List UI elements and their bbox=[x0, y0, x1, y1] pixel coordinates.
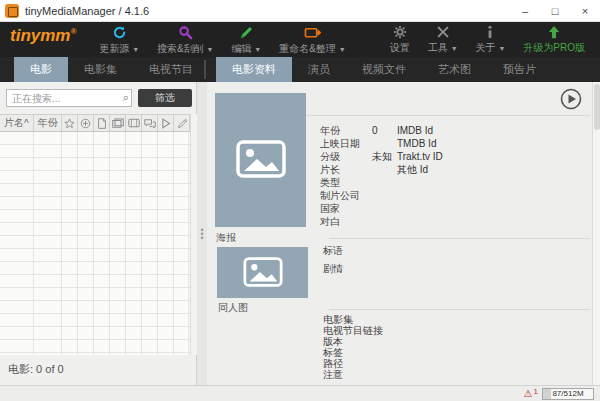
warning-icon: ⚠ bbox=[524, 388, 533, 399]
fanart-placeholder[interactable] bbox=[217, 247, 308, 298]
warning-count: 1 bbox=[534, 387, 538, 396]
info-icon bbox=[483, 25, 497, 39]
dropdown-arrow-icon: ▼ bbox=[451, 45, 458, 52]
refresh-icon bbox=[112, 25, 127, 40]
search-row: ⌕ 筛选 bbox=[6, 89, 192, 107]
edit-icon bbox=[239, 25, 254, 40]
section-separator bbox=[329, 238, 590, 239]
settings-button[interactable]: 设置 bbox=[381, 22, 419, 57]
window-title: tinyMediaManager / 4.1.6 bbox=[25, 5, 510, 17]
showlink-label: 电视节目链接 bbox=[323, 325, 383, 336]
field-label-certification: 分级 bbox=[320, 150, 372, 163]
edit-button[interactable]: 编辑 ▼ bbox=[222, 22, 270, 57]
trailer-play-icon[interactable] bbox=[158, 115, 174, 131]
tab-movie-sets[interactable]: 电影集 bbox=[68, 57, 133, 82]
movie-table: 片名^ 年份 bbox=[0, 114, 190, 401]
play-button[interactable] bbox=[560, 88, 582, 110]
nfo-file-icon[interactable] bbox=[94, 115, 110, 131]
dropdown-arrow-icon: ▼ bbox=[207, 46, 214, 53]
video-file-icon[interactable] bbox=[126, 115, 142, 131]
movie-table-header: 片名^ 年份 bbox=[0, 114, 190, 132]
search-icon bbox=[178, 25, 193, 40]
close-button[interactable]: × bbox=[570, 0, 600, 22]
tab-movies[interactable]: 电影 bbox=[14, 57, 68, 82]
dropdown-arrow-icon: ▼ bbox=[339, 46, 346, 53]
note-label: 注意 bbox=[323, 369, 383, 380]
wrench-icon bbox=[436, 25, 450, 39]
tab-divider bbox=[204, 60, 206, 79]
tab-artwork[interactable]: 艺术图 bbox=[422, 57, 487, 82]
gear-icon bbox=[393, 25, 407, 39]
column-title[interactable]: 片名^ bbox=[0, 115, 34, 131]
title-bar: tinyMediaManager / 4.1.6 – □ × bbox=[0, 0, 600, 22]
rename-organize-button[interactable]: 重命名&整理 ▼ bbox=[270, 22, 354, 57]
tinymm-logo: tinymm® bbox=[10, 26, 76, 57]
images-icon[interactable] bbox=[110, 115, 126, 131]
dropdown-arrow-icon: ▼ bbox=[498, 45, 505, 52]
update-source-button[interactable]: 更新源 ▼ bbox=[90, 22, 148, 57]
field-label-studio: 制片公司 bbox=[320, 189, 372, 202]
column-year[interactable]: 年份 bbox=[34, 115, 62, 131]
field-label-release-date: 上映日期 bbox=[320, 137, 372, 150]
edition-label: 版本 bbox=[323, 336, 383, 347]
filter-button[interactable]: 筛选 bbox=[138, 89, 192, 107]
status-bar: ⚠1 87/512M bbox=[0, 385, 600, 401]
path-label: 路径 bbox=[323, 358, 383, 369]
tags-label: 标签 bbox=[323, 347, 383, 358]
panel-splitter[interactable]: ••• bbox=[197, 82, 207, 385]
field-label-runtime: 片长 bbox=[320, 163, 372, 176]
toolbar-right: 设置 工具 ▼ 关于 ▼ 升级为PRO版 bbox=[381, 22, 600, 57]
splitter-grip-icon: ••• bbox=[200, 228, 203, 240]
subtitles-icon[interactable] bbox=[142, 115, 158, 131]
trakt-id-label: Trakt.tv ID bbox=[397, 150, 443, 163]
field-label-year: 年份 bbox=[320, 124, 372, 137]
new-plus-icon[interactable] bbox=[78, 115, 94, 131]
search-icon: ⌕ bbox=[123, 91, 129, 104]
search-input[interactable] bbox=[6, 89, 132, 107]
tab-bar: 电影 电影集 电视节目 电影资料 演员 视频文件 艺术图 预告片 bbox=[0, 57, 600, 82]
tinymediamanager-window: tinyMediaManager / 4.1.6 – □ × tinymm® 更… bbox=[0, 0, 600, 401]
movie-table-scrollbar[interactable] bbox=[190, 114, 197, 355]
tools-button[interactable]: 工具 ▼ bbox=[419, 22, 467, 57]
sort-asc-icon: ^ bbox=[24, 118, 29, 129]
search-scrape-button[interactable]: 搜索&刮削 ▼ bbox=[148, 22, 222, 57]
movie-table-body[interactable] bbox=[0, 132, 190, 355]
plot-label: 剧情 bbox=[323, 262, 343, 276]
movie-list-panel: ⌕ 筛选 片名^ 年份 bbox=[0, 82, 197, 385]
about-button[interactable]: 关于 ▼ bbox=[467, 22, 515, 57]
rename-icon bbox=[304, 25, 321, 40]
warning-indicator[interactable]: ⚠1 bbox=[524, 388, 538, 399]
extra-fields: 电影集 电视节目链接 版本 标签 路径 注意 bbox=[323, 314, 383, 380]
media-type-tabs: 电影 电影集 电视节目 bbox=[14, 57, 209, 82]
movie-set-label: 电影集 bbox=[323, 314, 383, 325]
image-placeholder-icon bbox=[243, 257, 283, 289]
image-placeholder-icon bbox=[236, 140, 286, 180]
tab-video-files[interactable]: 视频文件 bbox=[346, 57, 422, 82]
movie-details-panel: 海报 同人图 年份0 上映日期 分级未知 片长 类型 制片公司 国家 对白 IM… bbox=[207, 82, 600, 385]
tab-trailer[interactable]: 预告片 bbox=[487, 57, 552, 82]
dropdown-arrow-icon: ▼ bbox=[132, 46, 139, 53]
section-separator bbox=[329, 309, 590, 310]
maximize-button[interactable]: □ bbox=[540, 0, 570, 22]
movie-count-label: 电影: 0 of 0 bbox=[8, 362, 64, 377]
edit-pencil-icon[interactable] bbox=[174, 115, 190, 131]
field-label-genre: 类型 bbox=[320, 176, 372, 189]
details-scrollbar[interactable] bbox=[592, 82, 600, 385]
other-id-label: 其他 Id bbox=[397, 163, 443, 176]
tab-tv-shows[interactable]: 电视节目 bbox=[133, 57, 209, 82]
poster-label: 海报 bbox=[216, 231, 236, 245]
main-toolbar: tinymm® 更新源 ▼ 搜索&刮削 ▼ 编辑 ▼ 重命名&整理 ▼ bbox=[0, 22, 600, 57]
field-label-country: 国家 bbox=[320, 202, 372, 215]
memory-indicator[interactable]: 87/512M bbox=[542, 388, 594, 400]
minimize-button[interactable]: – bbox=[510, 0, 540, 22]
watched-star-icon[interactable] bbox=[62, 115, 78, 131]
upgrade-arrow-icon bbox=[547, 25, 561, 39]
tab-cast[interactable]: 演员 bbox=[292, 57, 346, 82]
tab-movie-details[interactable]: 电影资料 bbox=[216, 57, 292, 82]
field-label-spoken-language: 对白 bbox=[320, 215, 372, 228]
tmdb-id-label: TMDB Id bbox=[397, 137, 443, 150]
memory-usage-label: 87/512M bbox=[552, 389, 583, 398]
imdb-id-label: IMDB Id bbox=[397, 124, 443, 137]
poster-placeholder[interactable] bbox=[215, 93, 306, 227]
upgrade-pro-button[interactable]: 升级为PRO版 bbox=[514, 22, 594, 57]
